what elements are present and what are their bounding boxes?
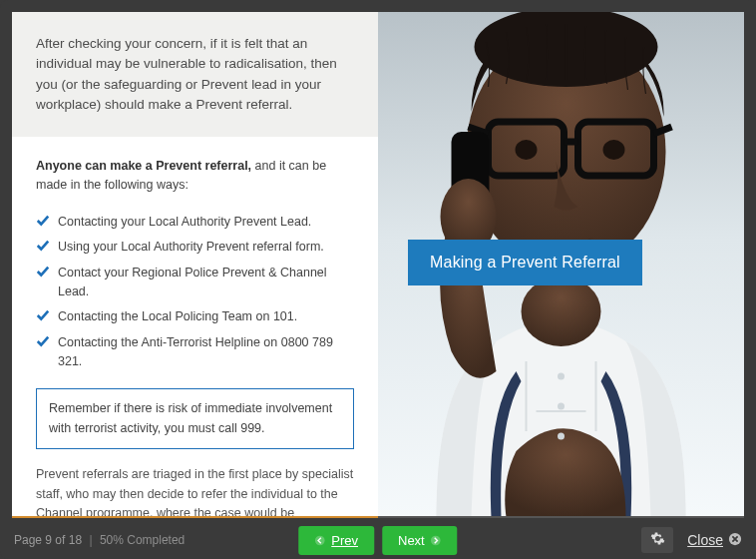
content-area: After checking your concern, if it is fe… [12, 12, 744, 517]
left-text-panel: After checking your concern, if it is fe… [12, 12, 378, 517]
right-controls: Close [641, 527, 742, 553]
lead-paragraph: Anyone can make a Prevent referral, and … [36, 157, 354, 196]
prev-button-label: Prev [331, 533, 358, 548]
check-icon [36, 265, 50, 279]
list-item: Using your Local Authority Prevent refer… [36, 235, 354, 260]
progress-track [12, 516, 744, 518]
close-label: Close [687, 532, 723, 548]
svg-point-16 [431, 535, 441, 545]
next-button-label: Next [398, 533, 425, 548]
prev-button[interactable]: Prev [298, 526, 374, 555]
page-label: Page 9 of 18 [14, 533, 82, 547]
close-button[interactable]: Close [687, 532, 742, 549]
body-content: Anyone can make a Prevent referral, and … [12, 137, 378, 517]
next-button[interactable]: Next [382, 526, 458, 555]
check-icon [36, 334, 50, 348]
chevron-right-icon [431, 535, 442, 546]
svg-point-12 [558, 373, 565, 380]
list-item: Contacting the Anti-Terrorist Helpline o… [36, 330, 354, 375]
progress-fill [12, 516, 378, 518]
triage-paragraph: Prevent referrals are triaged in the fir… [36, 465, 354, 517]
list-item-text: Contacting the Local Policing Team on 10… [58, 309, 297, 323]
list-item: Contacting the Local Policing Team on 10… [36, 304, 354, 329]
gear-icon [650, 531, 665, 549]
slide-title-banner: Making a Prevent Referral [408, 240, 642, 285]
nav-buttons: Prev Next [298, 526, 457, 555]
referral-methods-list: Contacting your Local Authority Prevent … [36, 210, 354, 375]
list-item-text: Using your Local Authority Prevent refer… [58, 240, 324, 254]
divider: | [89, 533, 92, 547]
svg-point-1 [522, 277, 601, 346]
svg-point-9 [603, 140, 625, 160]
lead-strong: Anyone can make a Prevent referral, [36, 159, 251, 173]
intro-paragraph: After checking your concern, if it is fe… [12, 12, 378, 137]
list-item-text: Contact your Regional Police Prevent & C… [58, 266, 327, 298]
svg-point-14 [558, 433, 565, 440]
check-icon [36, 214, 50, 228]
close-icon [728, 532, 742, 549]
list-item-text: Contacting the Anti-Terrorist Helpline o… [58, 335, 333, 368]
check-icon [36, 308, 50, 322]
svg-point-8 [516, 140, 538, 160]
completed-label: 50% Completed [100, 533, 185, 547]
right-image-panel: Making a Prevent Referral [378, 12, 744, 517]
list-item: Contacting your Local Authority Prevent … [36, 210, 354, 235]
page-indicator: Page 9 of 18 | 50% Completed [14, 533, 185, 547]
slide-container: After checking your concern, if it is fe… [0, 0, 756, 559]
svg-point-13 [558, 403, 565, 410]
emergency-callout: Remember if there is risk of immediate i… [36, 388, 354, 449]
list-item: Contact your Regional Police Prevent & C… [36, 261, 354, 305]
chevron-left-icon [314, 535, 325, 546]
check-icon [36, 239, 50, 253]
svg-point-15 [315, 535, 325, 545]
list-item-text: Contacting your Local Authority Prevent … [58, 215, 311, 229]
settings-button[interactable] [641, 527, 673, 553]
footer-bar: Page 9 of 18 | 50% Completed Prev Next [0, 521, 756, 559]
